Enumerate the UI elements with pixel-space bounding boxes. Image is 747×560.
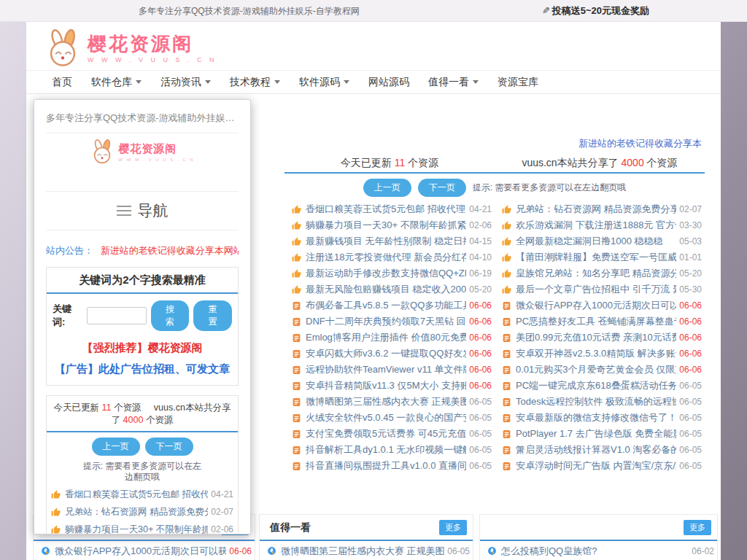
search-button[interactable]: 搜索 bbox=[151, 300, 190, 331]
overlay-logo[interactable]: 樱花资源阁 W W W . V U U S . C N bbox=[46, 139, 239, 164]
prev-page-button[interactable]: 上一页 bbox=[363, 179, 411, 197]
resource-title-link[interactable]: PotPlayer 1.7 去广告绿色版 免费全能影音播 bbox=[516, 427, 676, 440]
resource-title-link[interactable]: 怎么投稿到QQ皇族馆? bbox=[501, 545, 689, 558]
document-icon bbox=[502, 301, 511, 311]
bottom-box-right-header: 更多 bbox=[480, 515, 717, 541]
nav-item[interactable]: 网站源码 bbox=[359, 71, 419, 93]
more-button[interactable]: 更多 bbox=[684, 520, 711, 535]
nav-item[interactable]: 资源宝库 bbox=[488, 71, 548, 93]
resource-date: 06-19 bbox=[469, 268, 492, 279]
resource-title-link[interactable]: Emlog博客用户注册插件 价值80元免费分享 bbox=[306, 331, 466, 344]
resource-title-link[interactable]: 支付宝免费领取5元话费券 可45元充值三网50 bbox=[306, 427, 466, 440]
nav-item[interactable]: 首页 bbox=[42, 71, 82, 93]
hot-icon bbox=[267, 546, 276, 556]
logo-block[interactable]: 樱花资源阁 W W W . V U U S . C N bbox=[88, 34, 217, 63]
next-page-button[interactable]: 下一页 bbox=[418, 179, 466, 197]
resource-title-link[interactable]: Todesk远程控制软件 极致流畅的远程协助工具 bbox=[516, 395, 676, 408]
resource-title-link[interactable]: 躺赚暴力项目一天30+ 不限制年龄抓紧上车 bbox=[306, 219, 466, 232]
resource-title-link[interactable]: 香烟口粮芙蓉王试货5元包邮 招收代理 bbox=[306, 203, 466, 216]
document-icon bbox=[502, 317, 511, 327]
resource-title-link[interactable]: 微众银行APP存入1000元活期次日可以获得无门 bbox=[55, 545, 226, 558]
resource-date: 02-06 bbox=[211, 524, 233, 534]
resource-column-right: 兄弟站：钻石资源网 精品资源免费分享基地 02-07 欢乐游戏漏洞 下载注册送1… bbox=[495, 201, 705, 474]
ad-slot-link[interactable]: 【广告】此处广告位招租、可发文章 bbox=[47, 362, 238, 376]
resource-title-link[interactable]: 欢乐游戏漏洞 下载注册送1888元 官方合作 bbox=[516, 219, 676, 232]
resource-title-link[interactable]: 0.01元购买3个月爱奇艺黄金会员 仅限京东白 bbox=[516, 363, 676, 376]
thumbs-up-icon bbox=[51, 508, 61, 517]
resource-date: 06-05 bbox=[679, 381, 702, 391]
resource-title-link[interactable]: 最新运动助手修改步数支持微信QQ+ZFB步 bbox=[306, 267, 466, 280]
bottom-item: 怎么投稿到QQ皇族馆? 06-02 bbox=[480, 541, 717, 560]
resource-title-link[interactable]: 香烟口粮芙蓉王试货5元包邮 招收代理 bbox=[65, 489, 208, 501]
resource-title-link[interactable]: 兄弟站：钻石资源网 精品资源免费分享基地 bbox=[516, 203, 676, 216]
resource-item: 安卓浮动时间无广告版 内置淘宝/京东/苏宁/招 06-05 bbox=[495, 458, 705, 474]
resource-title-link[interactable]: 安卓双开神器v2.5.3.0精简版 解决多账号切换 bbox=[516, 347, 676, 360]
resource-title-link[interactable]: 兄弟站：钻石资源网 精品资源免费分享基 bbox=[65, 506, 208, 518]
resource-title-link[interactable]: 微博晒图第三届性感内衣大赛 正规美图等你欣 bbox=[306, 395, 466, 408]
resource-title-link[interactable]: 安卓闪截大师v3.6.2 一键提取QQ好友发的闪图 bbox=[306, 347, 466, 360]
document-icon bbox=[292, 381, 301, 391]
site-name: 樱花资源阁 bbox=[88, 34, 217, 54]
submit-reward-label: 投稿送5~20元现金奖励 bbox=[552, 5, 649, 16]
resource-title-link[interactable]: 最新无风险包赔赚钱项目 稳定收入200-500元 bbox=[306, 283, 466, 296]
resource-title-link[interactable]: 抖音解析工具dy1.0.1 无水印视频一键解析软件 bbox=[306, 443, 466, 456]
resource-title-link[interactable]: 微博晒图第三届性感内衣大赛 正规美图等你欣赏 bbox=[281, 545, 444, 558]
document-icon bbox=[292, 349, 301, 359]
resource-title-link[interactable]: 注册送18元零投资做代理 新会员分红存1000 bbox=[306, 251, 466, 264]
worth-seeing-title: 值得一看 bbox=[270, 514, 439, 540]
more-button[interactable]: 更多 bbox=[439, 520, 467, 535]
resource-item: 安卓双开神器v2.5.3.0精简版 解决多账号切换 06-06 bbox=[495, 346, 705, 362]
resource-title-link[interactable]: 最后一个文章广告位招租中 引千万流 聚八方 bbox=[516, 283, 676, 296]
nav-item[interactable]: 值得一看 bbox=[419, 71, 488, 93]
resource-item: Emlog博客用户注册插件 价值80元免费分享 06-06 bbox=[285, 330, 495, 346]
search-input[interactable] bbox=[87, 307, 147, 324]
document-icon bbox=[502, 413, 511, 423]
nav-item[interactable]: 技术教程 bbox=[220, 71, 290, 93]
resource-title-link[interactable]: DNF十二周年庆典预约领取7天黑钻 回归用户 bbox=[306, 315, 466, 328]
thumbs-up-icon bbox=[51, 525, 61, 534]
recommend-link[interactable]: 【强烈推荐】樱花资源阁 bbox=[47, 341, 238, 355]
resource-title-link[interactable]: 躺赚暴力项目一天30+ 不限制年龄抓紧上 bbox=[65, 524, 208, 535]
pagination-tip: 提示: 需要看更多资源可以在左边翻页哦 bbox=[473, 182, 627, 194]
document-icon bbox=[502, 365, 511, 375]
resource-date: 04-10 bbox=[469, 252, 492, 262]
site-announcement-link[interactable]: 新进站的老铁记得收藏分享本 bbox=[578, 137, 702, 150]
resource-title-link[interactable]: 【莆田潮牌鞋服】免费送空军一号匡威1970s bbox=[516, 251, 676, 264]
prev-page-button[interactable]: 上一页 bbox=[92, 438, 140, 456]
reset-button[interactable]: 重置 bbox=[193, 300, 232, 331]
resource-title-link[interactable]: 微众银行APP存入1000元活期次日可以获得无 bbox=[516, 299, 676, 312]
resource-title-link[interactable]: 布偶必备工具v5.8.5 一款QQ多功能工具软件 bbox=[306, 299, 466, 312]
pagination-bar: 上一页 下一页 提示: 需要看更多资源可以在左边翻页哦 bbox=[285, 174, 705, 201]
overlay-resource-list: 香烟口粮芙蓉王试货5元包邮 招收代理 04-21 兄弟站：钻石资源网 精品资源免… bbox=[47, 486, 238, 534]
document-icon bbox=[502, 333, 511, 343]
submit-reward-link[interactable]: ✎投稿送5~20元现金奖励 bbox=[542, 0, 649, 22]
resource-title-link[interactable]: 安卓抖音精简版v11.3 仅5M大小 支持账号登录 bbox=[306, 379, 466, 392]
resource-title-link[interactable]: 全网最新稳定漏洞日撸1000 稳稳稳 bbox=[516, 235, 676, 248]
resource-title-link[interactable]: PC恶搞整好友工具 苍蝇铺满屏幕整蛊专家 效 bbox=[516, 315, 676, 328]
resource-title-link[interactable]: 皇族馆兄弟站：知名分享吧 精品资源分享基地 bbox=[516, 267, 676, 280]
resource-date: 06-06 bbox=[469, 381, 492, 391]
next-page-button[interactable]: 下一页 bbox=[145, 438, 193, 456]
resource-title-link[interactable]: 安卓最新版的微信支持修改微信号了！ IOS版 bbox=[516, 411, 676, 424]
chevron-down-icon bbox=[473, 80, 479, 84]
bottom-box-right: 更多 怎么投稿到QQ皇族馆? 06-02 bbox=[479, 514, 718, 560]
overlay-pagination: 上一页 下一页 提示: 需要看更多资源可以在左边翻页哦 bbox=[47, 432, 238, 486]
nav-item[interactable]: 软件源码 bbox=[290, 71, 359, 93]
thumbs-up-icon bbox=[292, 269, 301, 279]
resource-title-link[interactable]: 火绒安全软件v5.0.45 一款良心的国产安全软件 bbox=[306, 411, 466, 424]
resource-item: 最新运动助手修改步数支持微信QQ+ZFB步 06-19 bbox=[285, 265, 495, 281]
announcement-marquee[interactable]: 新进站的老铁记得收藏分享本网站哦！ bbox=[101, 245, 239, 256]
resource-title-link[interactable]: 抖音直播间氛围提升工具v1.0.0 直播间自动发 bbox=[306, 459, 466, 472]
resource-title-link[interactable]: PC端一键完成京东618叠蛋糕活动任务工具 bbox=[516, 379, 676, 392]
overlay-nav-toggle[interactable]: 导航 bbox=[46, 191, 239, 230]
nav-item[interactable]: 活动资讯 bbox=[151, 71, 220, 93]
resource-item: 微博晒图第三届性感内衣大赛 正规美图等你欣 06-05 bbox=[285, 394, 495, 410]
resource-title-link[interactable]: 美团0.99元充值10元话费 亲测10元话费秒到 bbox=[516, 331, 676, 344]
thumbs-up-icon bbox=[51, 490, 61, 499]
resource-title-link[interactable]: 远程协助软件TeamViewer v11 单文件版 方便 bbox=[306, 363, 466, 376]
resource-item: 抖音解析工具dy1.0.1 无水印视频一键解析软件 06-05 bbox=[285, 442, 495, 458]
resource-title-link[interactable]: 安卓浮动时间无广告版 内置淘宝/京东/苏宁/招 bbox=[516, 459, 676, 472]
resource-title-link[interactable]: 最新赚钱项目 无年龄性别限制 稳定日撸300+ bbox=[306, 235, 466, 248]
nav-item[interactable]: 软件仓库 bbox=[82, 71, 151, 93]
resource-title-link[interactable]: 箫启灵活动线报计算器V1.0 淘客必备的一款软 bbox=[516, 443, 676, 456]
